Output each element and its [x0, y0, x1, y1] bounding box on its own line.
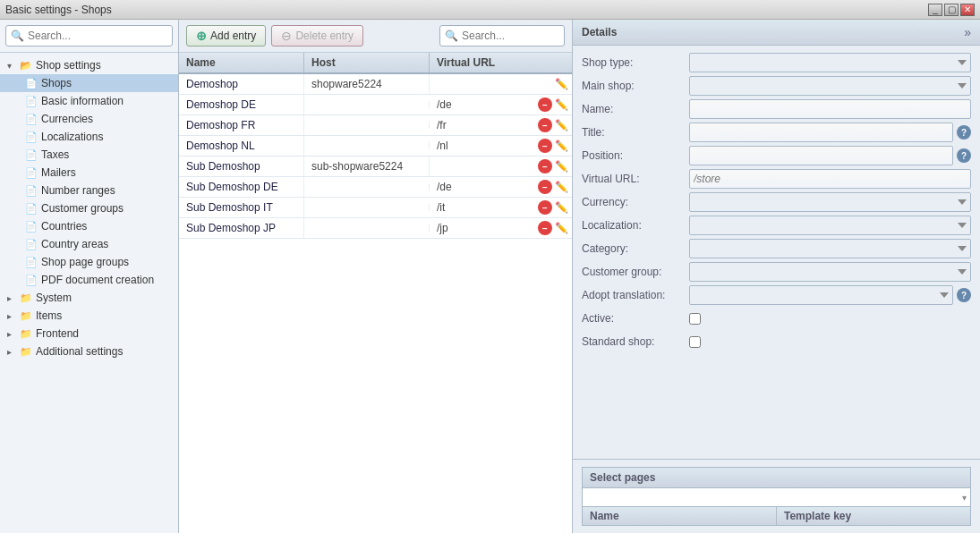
- chevron-down-icon: ▾: [962, 493, 967, 503]
- sidebar-search-input[interactable]: [5, 25, 173, 47]
- sidebar-item-additional-settings[interactable]: ▸ 📁 Additional settings: [0, 343, 178, 360]
- checkbox-active[interactable]: [689, 313, 701, 325]
- input-virtual-url[interactable]: [689, 169, 971, 189]
- sidebar-item-customer-groups[interactable]: 📄 Customer groups: [0, 199, 178, 217]
- control-currency: [689, 192, 971, 212]
- delete-row-button[interactable]: −: [538, 180, 552, 194]
- cell-host: [304, 183, 430, 190]
- edit-icon[interactable]: ✏️: [554, 97, 568, 112]
- select-customer-group[interactable]: [689, 262, 971, 282]
- table-row[interactable]: Demoshop DE /de − ✏️: [179, 95, 572, 115]
- cell-name: Demoshop: [179, 74, 304, 94]
- sidebar-item-basic-information[interactable]: 📄 Basic information: [0, 92, 178, 110]
- minimize-button[interactable]: _: [928, 4, 942, 16]
- table-row[interactable]: Demoshop FR /fr − ✏️: [179, 115, 572, 136]
- sidebar-item-label: Basic information: [41, 95, 124, 107]
- sidebar-item-shops[interactable]: 📄 Shops: [0, 74, 178, 92]
- sidebar-item-system[interactable]: ▸ 📁 System: [0, 289, 178, 307]
- cell-host: [304, 101, 430, 108]
- select-shop-type[interactable]: [689, 53, 971, 72]
- close-button[interactable]: ✕: [960, 4, 975, 16]
- select-main-shop[interactable]: [689, 76, 971, 96]
- edit-icon[interactable]: ✏️: [554, 221, 568, 235]
- help-button-position[interactable]: ?: [957, 148, 971, 163]
- delete-row-button[interactable]: −: [538, 118, 552, 132]
- table-row[interactable]: Demoshop NL /nl − ✏️: [179, 136, 572, 157]
- sidebar-item-pdf-document-creation[interactable]: 📄 PDF document creation: [0, 271, 178, 289]
- edit-icon[interactable]: ✏️: [554, 139, 568, 153]
- cell-name: Sub Demoshop IT: [179, 198, 304, 217]
- page-icon: 📄: [25, 221, 38, 233]
- delete-row-button[interactable]: −: [538, 221, 552, 235]
- minus-icon: ⊖: [281, 29, 292, 43]
- sidebar-item-localizations[interactable]: 📄 Localizations: [0, 128, 178, 146]
- edit-icon[interactable]: ✏️: [554, 118, 568, 132]
- select-pages-search: ▾: [582, 487, 971, 507]
- sidebar-item-country-areas[interactable]: 📄 Country areas: [0, 235, 178, 253]
- edit-icon[interactable]: ✏️: [554, 159, 568, 173]
- page-icon: 📄: [25, 167, 38, 179]
- select-currency[interactable]: [689, 192, 971, 212]
- input-name[interactable]: [689, 99, 971, 119]
- sidebar-item-items[interactable]: ▸ 📁 Items: [0, 307, 178, 325]
- control-active: [689, 313, 971, 325]
- add-entry-button[interactable]: ⊕ Add entry: [186, 25, 266, 47]
- sidebar-item-label: Additional settings: [36, 345, 123, 358]
- delete-row-button[interactable]: −: [538, 97, 552, 112]
- input-position[interactable]: [689, 146, 953, 165]
- cell-name: Demoshop FR: [179, 115, 304, 135]
- expander-icon: ▸: [7, 347, 20, 357]
- sidebar-item-taxes[interactable]: 📄 Taxes: [0, 146, 178, 164]
- cell-url: /jp: [430, 218, 527, 238]
- search-wrap: 🔍: [5, 25, 173, 47]
- input-title[interactable]: [689, 123, 953, 142]
- delete-entry-button[interactable]: ⊖ Delete entry: [271, 25, 363, 47]
- sidebar-item-frontend[interactable]: ▸ 📁 Frontend: [0, 325, 178, 343]
- help-button-adopt-translation[interactable]: ?: [957, 288, 971, 302]
- label-active: Active:: [582, 312, 689, 325]
- delete-row-button[interactable]: −: [538, 159, 552, 173]
- sidebar-item-label: Country areas: [41, 238, 108, 250]
- cell-actions: − ✏️: [527, 200, 572, 215]
- sidebar-item-countries[interactable]: 📄 Countries: [0, 217, 178, 235]
- sidebar-item-mailers[interactable]: 📄 Mailers: [0, 164, 178, 182]
- edit-icon[interactable]: ✏️: [554, 180, 568, 194]
- table-row[interactable]: Sub Demoshop sub-shopware5224 − ✏️: [179, 157, 572, 177]
- form-row-name: Name:: [582, 99, 971, 119]
- delete-row-button[interactable]: −: [538, 200, 552, 215]
- expand-icon[interactable]: »: [964, 25, 971, 39]
- sidebar-item-shop-settings[interactable]: ▾ 📂 Shop settings: [0, 56, 178, 74]
- table-row[interactable]: Sub Demoshop IT /it − ✏️: [179, 198, 572, 218]
- list-search-input[interactable]: [439, 25, 565, 47]
- control-adopt-translation: ?: [689, 285, 971, 305]
- select-pages-search-input[interactable]: [586, 491, 959, 503]
- list-search-box: 🔍: [439, 25, 565, 47]
- edit-icon[interactable]: ✏️: [554, 77, 568, 91]
- main-layout: 🔍 ▾ 📂 Shop settings 📄 Shops 📄 Basic info…: [0, 20, 980, 533]
- delete-row-button[interactable]: −: [538, 139, 552, 153]
- label-title: Title:: [582, 126, 689, 139]
- table-row[interactable]: Sub Demoshop JP /jp − ✏️: [179, 218, 572, 239]
- help-button-title[interactable]: ?: [957, 125, 971, 140]
- select-category[interactable]: [689, 239, 971, 258]
- edit-icon[interactable]: ✏️: [554, 200, 568, 215]
- sidebar-item-shop-page-groups[interactable]: 📄 Shop page groups: [0, 253, 178, 271]
- sidebar-item-label: System: [36, 292, 72, 304]
- window-title: Basic settings - Shops: [5, 4, 112, 16]
- expander-icon: ▾: [7, 61, 20, 71]
- details-panel: Details » Shop type: Main shop: Name:: [573, 20, 980, 533]
- select-adopt-translation[interactable]: [689, 285, 953, 305]
- table-row[interactable]: Demoshop shopware5224 ✏️: [179, 74, 572, 95]
- cell-host: [304, 142, 430, 149]
- select-localization[interactable]: [689, 216, 971, 235]
- maximize-button[interactable]: ▢: [944, 4, 959, 16]
- cell-host: [304, 224, 430, 232]
- pages-col-name: Name: [583, 507, 777, 525]
- table-row[interactable]: Sub Demoshop DE /de − ✏️: [179, 177, 572, 198]
- sidebar-item-currencies[interactable]: 📄 Currencies: [0, 110, 178, 128]
- sidebar-item-number-ranges[interactable]: 📄 Number ranges: [0, 182, 178, 199]
- form-row-position: Position: ?: [582, 146, 971, 165]
- sidebar-item-label: Mailers: [41, 166, 76, 179]
- page-icon: 📄: [25, 239, 38, 250]
- checkbox-standard-shop[interactable]: [689, 336, 701, 348]
